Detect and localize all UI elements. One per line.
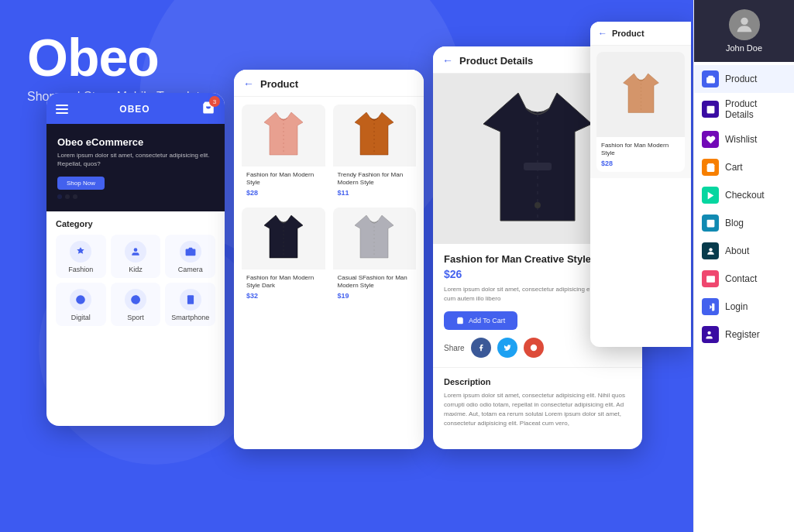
shop-now-button[interactable]: Shop Now xyxy=(57,177,105,190)
product-img-2 xyxy=(333,105,417,166)
digital-icon xyxy=(70,289,91,311)
kidz-icon xyxy=(125,241,146,263)
sidebar-menu: Product Product Details Wishlist xyxy=(694,62,794,532)
cart-badge: 3 xyxy=(209,96,220,107)
product-info-4: Casual SFashion for Man Modern Style $19 xyxy=(333,269,417,303)
product-price-4: $19 xyxy=(338,292,412,300)
banner-desc: Lorem ipsum dolor sit amet, consectetur … xyxy=(57,151,214,168)
category-title: Category xyxy=(56,219,215,228)
sidebar-item-cart[interactable]: Cart xyxy=(694,153,794,181)
share-twitter-button[interactable] xyxy=(497,338,517,358)
product-card-1[interactable]: Fashion for Man Modern Style $28 xyxy=(242,105,325,200)
product-detail-title: Product Details xyxy=(459,55,533,67)
login-label: Login xyxy=(725,301,748,312)
product-card-3[interactable]: Fashion for Man Modern Style Dark $32 xyxy=(242,208,325,303)
phone4-product-card[interactable]: Fashion for Man Modern Style $28 xyxy=(596,52,685,172)
contact-label: Contact xyxy=(725,273,757,284)
profile-name: John Doe xyxy=(726,43,762,53)
digital-label: Digital xyxy=(71,314,91,321)
product-list-title: Product xyxy=(260,78,298,90)
product-price-2: $11 xyxy=(338,189,412,197)
sidebar-item-product[interactable]: Product xyxy=(694,65,794,93)
phone-logo: OBEO xyxy=(119,104,150,115)
svg-point-27 xyxy=(709,248,712,251)
product-card-2[interactable]: Trendy Fashion for Man Modern Style $11 xyxy=(333,105,417,200)
product-list-back[interactable]: ← xyxy=(243,77,254,90)
category-item-smartphone[interactable]: Smartphone xyxy=(165,283,215,326)
phone-home-banner: Obeo eCommerce Lorem ipsum dolor sit ame… xyxy=(46,124,225,211)
phone4-product-img xyxy=(596,52,685,137)
blog-icon xyxy=(702,215,719,232)
share-googleplus-button[interactable] xyxy=(524,338,544,358)
svg-point-12 xyxy=(534,202,541,208)
sport-label: Sport xyxy=(127,314,144,321)
phone4-back[interactable]: ← xyxy=(598,28,607,39)
hamburger-menu[interactable] xyxy=(56,105,68,114)
svg-point-1 xyxy=(188,251,192,255)
category-item-kidz[interactable]: Kidz xyxy=(111,235,161,278)
product-img-4 xyxy=(333,208,417,269)
phone4-title: Product xyxy=(612,29,644,38)
product-label: Product xyxy=(725,74,757,84)
sidebar-profile: John Doe xyxy=(694,0,794,62)
svg-point-0 xyxy=(134,249,138,252)
svg-rect-18 xyxy=(706,105,714,113)
sidebar-item-product-details[interactable]: Product Details xyxy=(694,93,794,125)
blog-label: Blog xyxy=(725,218,744,228)
phone4-header: ← Product xyxy=(590,22,691,46)
sidebar-item-blog[interactable]: Blog xyxy=(694,209,794,237)
contact-icon xyxy=(702,270,719,287)
product-info-3: Fashion for Man Modern Style Dark $32 xyxy=(242,269,325,303)
share-facebook-button[interactable] xyxy=(471,338,491,358)
category-item-sport[interactable]: Sport xyxy=(111,283,161,326)
camera-icon xyxy=(180,241,201,263)
cart-icon-wrap[interactable]: 3 xyxy=(201,101,215,118)
category-item-fashion[interactable]: Fashion xyxy=(56,235,106,278)
product-price-1: $28 xyxy=(246,189,321,197)
phone-home-body: Category Fashion Kidz xyxy=(46,211,225,334)
cart-sidebar-icon xyxy=(702,159,719,176)
login-icon xyxy=(702,298,719,315)
phone4-product-name: Fashion for Man Modern Style xyxy=(601,142,680,158)
svg-point-17 xyxy=(741,18,748,25)
sport-icon xyxy=(125,289,146,311)
product-name-1: Fashion for Man Modern Style xyxy=(246,171,321,187)
cart-icon xyxy=(456,317,464,324)
add-to-cart-button[interactable]: Add To Cart xyxy=(444,311,517,330)
product-price-3: $32 xyxy=(246,292,321,300)
sidebar-item-contact[interactable]: Contact xyxy=(694,265,794,293)
smartphone-label: Smartphone xyxy=(171,314,209,321)
sidebar-item-register[interactable]: Register xyxy=(694,321,794,348)
checkout-label: Checkout xyxy=(725,190,765,201)
right-sidebar: John Doe Product Product Details xyxy=(693,0,794,532)
user-avatar-icon xyxy=(734,14,755,36)
product-info-2: Trendy Fashion for Man Modern Style $11 xyxy=(333,166,417,200)
main-container: Obeo Shop and Store Mobile Template OBEO… xyxy=(0,0,794,532)
category-item-camera[interactable]: Camera xyxy=(165,235,215,278)
kidz-label: Kidz xyxy=(129,266,143,273)
description-text: Lorem ipsum dolor sit amet, consectetur … xyxy=(444,391,631,428)
svg-point-13 xyxy=(531,345,537,351)
product-detail-back[interactable]: ← xyxy=(442,54,453,67)
phone4-product-info: Fashion for Man Modern Style $28 xyxy=(596,137,685,172)
sidebar-item-login[interactable]: Login xyxy=(694,293,794,321)
phone-product-partial: ← Product Fashion for Man Modern Style $… xyxy=(590,22,691,347)
cart-label: Cart xyxy=(725,162,743,173)
svg-rect-11 xyxy=(524,163,552,170)
sidebar-item-checkout[interactable]: Checkout xyxy=(694,181,794,209)
smartphone-icon xyxy=(180,289,201,311)
sidebar-item-about[interactable]: About xyxy=(694,237,794,265)
product-details-icon xyxy=(702,101,719,118)
phone4-product-price: $28 xyxy=(601,160,680,167)
product-details-label: Product Details xyxy=(725,98,786,120)
fashion-label: Fashion xyxy=(68,266,93,273)
product-info-1: Fashion for Man Modern Style $28 xyxy=(242,166,325,200)
category-grid: Fashion Kidz Camera xyxy=(56,235,215,326)
product-grid: Fashion for Man Modern Style $28 T xyxy=(234,97,424,311)
about-label: About xyxy=(725,245,749,256)
category-item-digital[interactable]: Digital xyxy=(56,283,106,326)
product-card-4[interactable]: Casual SFashion for Man Modern Style $19 xyxy=(333,208,417,303)
sidebar-item-wishlist[interactable]: Wishlist xyxy=(694,125,794,153)
register-icon xyxy=(702,326,719,343)
share-label: Share xyxy=(444,344,465,352)
